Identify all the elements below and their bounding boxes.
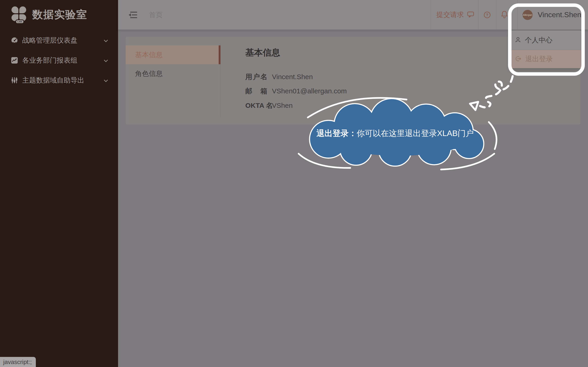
field-value: Vincent.Shen xyxy=(272,73,313,81)
topbar-divider xyxy=(496,0,496,30)
submit-request-label: 提交请求 xyxy=(436,10,464,19)
topbar-divider xyxy=(478,0,478,30)
field-value: VShen01@allergan.com xyxy=(272,87,347,95)
menu-item-logout[interactable]: 退出登录 xyxy=(510,50,581,68)
field-label: 邮箱 xyxy=(245,86,267,96)
sidebar-item-label: 战略管理层仪表盘 xyxy=(22,36,78,45)
chevron-down-icon xyxy=(104,39,108,43)
user-dropdown-menu: 个人中心 退出登录 xyxy=(510,31,581,68)
arrow-doodle-icon xyxy=(466,73,519,114)
field-email: 邮箱VShen01@allergan.com xyxy=(245,86,347,96)
menu-item-label: 退出登录 xyxy=(525,54,553,64)
svg-text:?: ? xyxy=(486,13,488,17)
help-icon[interactable]: ? xyxy=(484,11,491,19)
tab-basic-info[interactable]: 基本信息 xyxy=(126,45,221,64)
sidebar-item-data-export[interactable]: 主题数据域自助导出 xyxy=(0,73,118,87)
app-title: 数据实验室 xyxy=(32,8,87,22)
topbar-divider xyxy=(517,0,518,30)
field-username: 用户名Vincent.Shen xyxy=(245,72,313,81)
username: Vincent.Shen xyxy=(538,10,581,19)
sidebar-item-label: 各业务部门报表组 xyxy=(22,56,78,65)
submit-request-button[interactable]: 提交请求 xyxy=(436,0,474,30)
tour-tooltip-text: 退出登录：你可以在这里退出登录XLAB门户 xyxy=(294,128,496,139)
topbar-divider xyxy=(431,0,431,30)
menu-item-profile-center[interactable]: 个人中心 xyxy=(510,31,581,50)
field-value: VShen xyxy=(272,102,293,109)
menu-item-label: 个人中心 xyxy=(525,35,552,45)
gauge-icon xyxy=(11,37,18,44)
sidebar: LAB 数据实验室 战略管理层仪表盘 各业务部门报表组 xyxy=(0,0,118,367)
candlestick-icon xyxy=(11,77,18,84)
chevron-down-icon xyxy=(104,79,108,83)
logo-petal xyxy=(19,6,26,13)
user-menu-trigger[interactable]: Allergan Vincent.Shen xyxy=(523,0,581,30)
section-heading: 基本信息 xyxy=(245,47,280,58)
avatar: Allergan xyxy=(523,10,533,20)
tour-term: 退出登录： xyxy=(317,129,357,138)
chevron-down-icon xyxy=(104,59,108,63)
tour-description: 你可以在这里退出登录XLAB门户 xyxy=(357,129,474,138)
logo-lab-badge: LAB xyxy=(15,19,24,24)
logout-icon xyxy=(515,56,521,63)
tour-arrow xyxy=(466,73,519,114)
sidebar-collapse-icon[interactable] xyxy=(128,11,138,20)
link-preview-statusbar: javascript:; xyxy=(0,357,36,367)
sidebar-item-department-reports[interactable]: 各业务部门报表组 xyxy=(0,53,118,67)
field-label: OKTA 名 xyxy=(245,101,267,110)
chart-icon xyxy=(11,57,18,64)
field-label: 用户名 xyxy=(245,72,267,81)
sidebar-item-strategy-dashboard[interactable]: 战略管理层仪表盘 xyxy=(0,33,118,47)
sidebar-item-label: 主题数据域自助导出 xyxy=(22,76,84,85)
tab-role-info[interactable]: 角色信息 xyxy=(126,64,221,83)
breadcrumb-home[interactable]: 首页 xyxy=(149,0,163,30)
x-logo-icon: LAB xyxy=(11,6,27,23)
user-icon xyxy=(515,37,521,44)
app-logo[interactable]: LAB 数据实验室 xyxy=(11,6,87,23)
bell-icon[interactable] xyxy=(501,10,508,19)
field-okta-name: OKTA 名VShen xyxy=(245,101,293,110)
topbar: 首页 提交请求 ? Allergan Vincent.Shen xyxy=(118,0,588,30)
message-icon xyxy=(467,11,474,19)
logo-petal xyxy=(11,6,18,13)
